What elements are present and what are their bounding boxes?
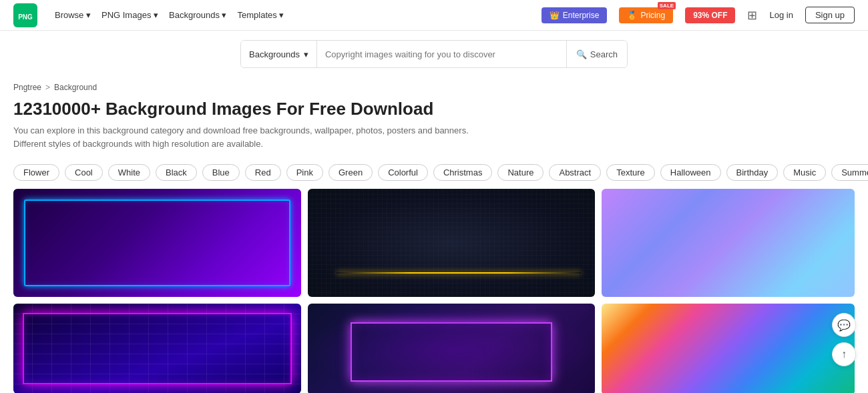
- tag-texture[interactable]: Texture: [606, 164, 655, 181]
- image-col-1: [13, 189, 301, 393]
- image-card-dark-tech[interactable]: [308, 189, 596, 297]
- breadcrumb-separator: >: [45, 83, 50, 92]
- nav-png-images[interactable]: PNG Images ▾: [101, 10, 158, 20]
- search-icon: 🔍: [576, 49, 587, 59]
- image-watercolor-purple: [602, 189, 855, 297]
- tag-nature[interactable]: Nature: [497, 164, 544, 181]
- header: PNG Browse ▾ PNG Images ▾ Backgrounds ▾ …: [0, 0, 868, 31]
- image-grid: [0, 189, 868, 393]
- scroll-top-button[interactable]: ↑: [832, 342, 856, 366]
- signup-button[interactable]: Sign up: [805, 7, 855, 23]
- tag-blue[interactable]: Blue: [202, 164, 240, 181]
- chat-icon: 💬: [837, 319, 851, 332]
- search-input[interactable]: [317, 49, 566, 59]
- tag-abstract[interactable]: Abstract: [549, 164, 601, 181]
- main-nav: Browse ▾ PNG Images ▾ Backgrounds ▾ Temp…: [55, 10, 284, 20]
- tag-red[interactable]: Red: [245, 164, 281, 181]
- tag-birthday[interactable]: Birthday: [726, 164, 779, 181]
- tag-halloween[interactable]: Halloween: [660, 164, 721, 181]
- nav-backgrounds[interactable]: Backgrounds ▾: [169, 10, 227, 20]
- tag-pink[interactable]: Pink: [286, 164, 323, 181]
- image-neon-purple: [308, 304, 596, 393]
- nav-browse[interactable]: Browse ▾: [55, 10, 91, 20]
- arrow-up-icon: ↑: [841, 348, 847, 360]
- search-category-dropdown[interactable]: Backgrounds ▾: [241, 41, 317, 67]
- image-col-2: [308, 189, 596, 393]
- image-card-watercolor-colorful[interactable]: [602, 304, 855, 393]
- chevron-down-icon: ▾: [304, 49, 308, 59]
- svg-text:PNG: PNG: [18, 13, 33, 21]
- tag-colorful[interactable]: Colorful: [378, 164, 428, 181]
- tag-green[interactable]: Green: [329, 164, 373, 181]
- logo-icon: PNG: [13, 3, 37, 27]
- pricing-button[interactable]: 🏅 Pricing SALE: [619, 7, 673, 23]
- image-neon-rect: [13, 189, 301, 297]
- grid-icon[interactable]: ⊞: [747, 8, 757, 23]
- image-watercolor-colorful: [602, 304, 855, 393]
- search-bar: Backgrounds ▾ 🔍 Search: [240, 40, 628, 68]
- page-title: 12310000+ Background Images For Free Dow…: [13, 99, 855, 119]
- tag-cool[interactable]: Cool: [65, 164, 103, 181]
- page-title-area: 12310000+ Background Images For Free Dow…: [0, 95, 868, 157]
- login-button[interactable]: Log in: [769, 10, 793, 20]
- chat-button[interactable]: 💬: [832, 313, 856, 337]
- page-description: You can explore in this background categ…: [13, 124, 855, 150]
- image-col-3: [602, 189, 855, 393]
- tag-flower[interactable]: Flower: [13, 164, 59, 181]
- nav-templates[interactable]: Templates ▾: [238, 10, 284, 20]
- breadcrumb: Pngtree > Background: [0, 77, 868, 95]
- image-card-watercolor-purple[interactable]: [602, 189, 855, 297]
- tag-black[interactable]: Black: [156, 164, 197, 181]
- logo[interactable]: PNG: [13, 3, 37, 27]
- breadcrumb-background[interactable]: Background: [54, 83, 97, 92]
- float-buttons: 💬 ↑: [832, 313, 856, 366]
- search-button[interactable]: 🔍 Search: [566, 41, 627, 67]
- image-dark-tech: [308, 189, 596, 297]
- image-card-neon-rect[interactable]: [13, 189, 301, 297]
- sale-badge: SALE: [658, 2, 676, 9]
- enterprise-button[interactable]: 👑 Enterprise: [541, 7, 608, 23]
- search-bar-wrapper: Backgrounds ▾ 🔍 Search: [0, 31, 868, 77]
- breadcrumb-home[interactable]: Pngtree: [13, 83, 41, 92]
- tag-music[interactable]: Music: [783, 164, 826, 181]
- tag-christmas[interactable]: Christmas: [433, 164, 493, 181]
- image-card-neon-brick[interactable]: [13, 304, 301, 393]
- tag-summer[interactable]: Summer: [831, 164, 868, 181]
- pricing-icon: 🏅: [627, 11, 637, 20]
- image-card-neon-purple[interactable]: [308, 304, 596, 393]
- enterprise-icon: 👑: [550, 11, 560, 20]
- tag-white[interactable]: White: [108, 164, 150, 181]
- tags-row: FlowerCoolWhiteBlackBlueRedPinkGreenColo…: [0, 157, 868, 189]
- off-button[interactable]: 93% OFF: [685, 7, 735, 23]
